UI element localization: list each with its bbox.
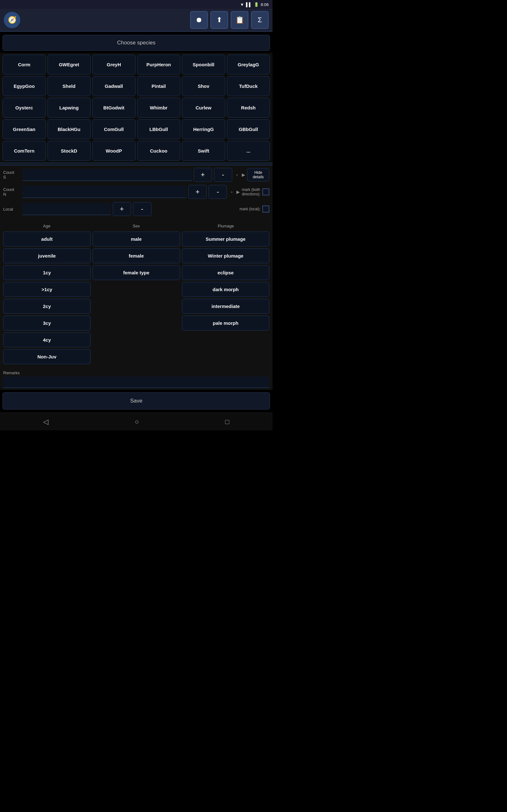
stop-button[interactable]: ⏺ (190, 11, 208, 29)
recents-icon[interactable]: □ (225, 418, 229, 426)
count-n-row: Count N + - - ▶ mark (bothdirections): (3, 185, 269, 199)
count-s-input[interactable] (22, 169, 192, 181)
local-minus[interactable]: - (133, 202, 152, 216)
count-section: Count S + - - ▶ Hidedetails Count N + - … (0, 165, 273, 220)
asp-plumage-btn-eclipse[interactable]: eclipse (182, 265, 269, 280)
asp-age-btn-1cy[interactable]: >1cy (3, 282, 91, 297)
species-btn-shov[interactable]: Shov (182, 76, 225, 96)
asp-sex-btn-femaletype[interactable]: female type (93, 265, 180, 280)
species-btn-[interactable]: ... (227, 141, 270, 161)
species-btn-gwegret[interactable]: GWEgret (48, 55, 91, 74)
asp-empty-7-2 (182, 349, 269, 364)
species-btn-whimbr[interactable]: Whimbr (137, 98, 181, 118)
sum-button[interactable]: Σ (251, 11, 269, 29)
species-btn-curlew[interactable]: Curlew (182, 98, 225, 118)
mark-local-row: mark (local): (239, 206, 269, 212)
section-divider (0, 163, 273, 165)
asp-section: Age Sex Plumage adultmaleSummer plumagej… (0, 220, 273, 367)
hide-details-button[interactable]: Hidedetails (247, 168, 269, 182)
asp-plumage-btn-intermediate[interactable]: intermediate (182, 299, 269, 314)
asp-empty-5-1 (93, 316, 180, 331)
asp-age-btn-3cy[interactable]: 3cy (3, 316, 91, 331)
asp-sex-btn-female[interactable]: female (93, 248, 180, 263)
toolbar: 🧭 ⏺ ⬆ 📋 Σ (0, 9, 273, 32)
count-s-minus2[interactable]: - (234, 171, 240, 178)
species-btn-comtern[interactable]: ComTern (3, 141, 46, 161)
mark-both-checkbox[interactable] (262, 189, 269, 195)
local-row: Local + - mark (local): (3, 202, 269, 216)
asp-empty-3-1 (93, 282, 180, 297)
asp-empty-6-2 (182, 333, 269, 347)
count-n-minus[interactable]: - (209, 185, 227, 199)
age-header: Age (3, 222, 90, 230)
count-n-label: Count N (3, 187, 20, 197)
signal-icon: ▌▌ (246, 2, 251, 7)
choose-species-bar[interactable]: Choose species (3, 35, 270, 51)
count-n-input[interactable] (22, 186, 186, 198)
asp-plumage-btn-darkmorph[interactable]: dark morph (182, 282, 269, 297)
species-btn-gadwall[interactable]: Gadwall (92, 76, 135, 96)
species-btn-comgull[interactable]: ComGull (92, 119, 135, 139)
asp-age-btn-nonjuv[interactable]: Non-Juv (3, 349, 91, 364)
home-icon[interactable]: ○ (135, 418, 139, 426)
save-button[interactable]: Save (3, 392, 270, 409)
species-btn-purpheron[interactable]: PurpHeron (137, 55, 181, 74)
species-btn-stockd[interactable]: StockD (48, 141, 91, 161)
count-n-minus2[interactable]: - (229, 189, 234, 195)
asp-age-btn-4cy[interactable]: 4cy (3, 333, 91, 347)
species-btn-cuckoo[interactable]: Cuckoo (137, 141, 181, 161)
local-label: Local (3, 207, 20, 212)
local-plus[interactable]: + (113, 202, 131, 216)
asp-headers: Age Sex Plumage (3, 222, 269, 230)
species-btn-sheld[interactable]: Sheld (48, 76, 91, 96)
asp-empty-6-1 (93, 333, 180, 347)
wifi-icon: ▼ (240, 2, 244, 7)
asp-plumage-btn-palemorph[interactable]: pale morph (182, 316, 269, 331)
asp-empty-7-1 (93, 349, 180, 364)
species-btn-corm[interactable]: Corm (3, 55, 46, 74)
asp-age-btn-1cy[interactable]: 1cy (3, 265, 91, 280)
upload-button[interactable]: ⬆ (210, 11, 228, 29)
asp-sex-btn-male[interactable]: male (93, 232, 180, 247)
notes-button[interactable]: 📋 (231, 11, 248, 29)
species-btn-lbbgull[interactable]: LBbGull (137, 119, 181, 139)
asp-empty-4-1 (93, 299, 180, 314)
asp-plumage-btn-summerplumage[interactable]: Summer plumage (182, 232, 269, 247)
count-s-row: Count S + - - ▶ Hidedetails (3, 168, 269, 182)
asp-age-btn-juvenile[interactable]: juvenile (3, 248, 91, 263)
remarks-section: Remarks (0, 367, 273, 390)
species-btn-pintail[interactable]: Pintail (137, 76, 181, 96)
species-btn-btgodwit[interactable]: BtGodwit (92, 98, 135, 118)
species-btn-gbbgull[interactable]: GBbGull (227, 119, 270, 139)
remarks-input[interactable] (3, 376, 269, 388)
species-btn-redsh[interactable]: Redsh (227, 98, 270, 118)
species-btn-spoonbill[interactable]: Spoonbill (182, 55, 225, 74)
choose-species-label: Choose species (117, 40, 156, 46)
count-s-plus[interactable]: + (193, 168, 212, 182)
species-btn-egypgoo[interactable]: EgypGoo (3, 76, 46, 96)
species-btn-swift[interactable]: Swift (182, 141, 225, 161)
species-btn-lapwing[interactable]: Lapwing (48, 98, 91, 118)
species-btn-blackhgu[interactable]: BlackHGu (48, 119, 91, 139)
asp-age-btn-2cy[interactable]: 2cy (3, 299, 91, 314)
species-btn-greyh[interactable]: GreyH (92, 55, 135, 74)
mark-local-checkbox[interactable] (262, 206, 269, 212)
sex-header: Sex (93, 222, 180, 230)
asp-age-btn-adult[interactable]: adult (3, 232, 91, 247)
count-s-minus[interactable]: - (214, 168, 232, 182)
back-icon[interactable]: ◁ (43, 418, 49, 426)
local-input[interactable] (22, 203, 111, 215)
count-n-arrow: ▶ (236, 189, 240, 194)
battery-icon: 🔋 (254, 2, 259, 7)
count-n-plus[interactable]: + (188, 185, 207, 199)
toolbar-actions: ⏺ ⬆ 📋 Σ (190, 11, 269, 29)
species-btn-greensan[interactable]: GreenSan (3, 119, 46, 139)
mark-both-row: mark (bothdirections): (242, 188, 269, 196)
asp-plumage-btn-winterplumage[interactable]: Winter plumage (182, 248, 269, 263)
species-btn-herringg[interactable]: HerringG (182, 119, 225, 139)
species-btn-greylagg[interactable]: GreylagG (227, 55, 270, 74)
app-logo: 🧭 (4, 12, 20, 28)
species-btn-woodp[interactable]: WoodP (92, 141, 135, 161)
species-btn-oysterc[interactable]: Oysterc (3, 98, 46, 118)
species-btn-tufduck[interactable]: TufDuck (227, 76, 270, 96)
